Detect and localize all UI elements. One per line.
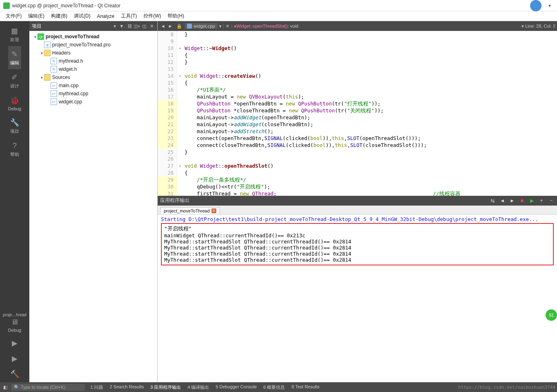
fold-icon[interactable] (177, 183, 183, 190)
code-text[interactable]: /*UI界面*/ (183, 86, 557, 93)
add-split-icon[interactable]: ◫+ (134, 23, 140, 29)
code-text[interactable]: QPushButton *closeThreadBtn = new QPushB… (183, 107, 557, 114)
rail-item[interactable]: ✎编辑 (8, 46, 21, 69)
line-col[interactable]: Line: 28, Col: 2 (524, 24, 555, 28)
code-text[interactable]: { (183, 79, 557, 86)
line-number[interactable]: 21 (158, 121, 177, 128)
badge[interactable]: 51 (546, 309, 557, 321)
caret-icon[interactable]: ▾ (39, 51, 44, 55)
close-file-icon[interactable]: ✕ (226, 24, 229, 29)
code-text[interactable]: { (183, 52, 557, 59)
tree-row[interactable]: hwidget.h (29, 65, 157, 73)
status-tab[interactable]: 1 问题 (87, 384, 106, 390)
code-text[interactable]: void Widget::openThreadSlot() (183, 162, 557, 169)
fold-icon[interactable] (177, 100, 183, 107)
run-button[interactable]: ▶ (0, 336, 29, 351)
line-number[interactable]: 14 (158, 72, 177, 79)
line-number[interactable]: 11 (158, 52, 177, 59)
symbol-crumb[interactable]: Widget::openThreadSlot() (236, 24, 288, 28)
line-number[interactable]: 25 (158, 149, 177, 155)
attach-icon[interactable]: ⇆ (489, 197, 496, 204)
code-text[interactable]: qDebug()<<tr("开启线程"); (183, 183, 557, 190)
menu-item[interactable]: 文件(F) (2, 12, 25, 20)
status-tab[interactable]: 4 编译输出 (184, 384, 212, 390)
code-text[interactable]: mainLayout->addWidget(closeThreadBtn); (183, 121, 557, 128)
output-body[interactable]: Starting D:\QtProject\test1\build-projec… (158, 215, 557, 383)
line-number[interactable]: 18 (158, 100, 177, 107)
line-number[interactable]: 27 (158, 162, 177, 169)
code-text[interactable]: QPushButton *openThreadBtn = new QPushBu… (183, 100, 557, 107)
file-tab[interactable]: widget.cpp (185, 23, 218, 29)
code-editor[interactable]: 8}910▾Widget::~Widget()11{12}1314▾void W… (158, 31, 557, 196)
code-text[interactable]: } (183, 31, 557, 38)
status-tab[interactable]: 6 概要信息 (260, 384, 288, 390)
fold-icon[interactable]: ▾ (177, 45, 183, 52)
status-tab[interactable]: 3 应用程序输出 (147, 384, 184, 390)
fold-icon[interactable]: ▾ (177, 72, 183, 79)
line-number[interactable]: 31 (158, 190, 177, 196)
fold-icon[interactable] (177, 135, 183, 142)
locator-input[interactable]: 🔍 Type to locate (Ctrl+K) (11, 384, 85, 391)
fold-icon[interactable] (177, 93, 183, 100)
tree-row[interactable]: c+mythread.cpp (29, 90, 157, 98)
line-number[interactable]: 22 (158, 128, 177, 135)
rail-item[interactable]: ?帮助 (8, 138, 21, 161)
fold-icon[interactable] (177, 86, 183, 93)
code-text[interactable]: void Widget::createView() (183, 72, 557, 79)
line-number[interactable]: 17 (158, 93, 177, 100)
close-tab-icon[interactable]: ✕ (211, 208, 216, 213)
line-number[interactable]: 8 (158, 31, 177, 38)
tree-row[interactable]: ▾Headers (29, 49, 157, 57)
code-text[interactable]: firstThread = new QThread; //线程容器 (183, 190, 557, 196)
close-panel-icon[interactable]: ✕ (148, 23, 155, 29)
line-number[interactable]: 28 (158, 169, 177, 176)
kit-selector[interactable]: proje…hread 🖥 Debug (0, 309, 29, 336)
fold-icon[interactable] (177, 190, 183, 196)
menu-item[interactable]: 调试(D) (70, 12, 94, 20)
build-button[interactable]: 🔨 (0, 367, 29, 382)
code-text[interactable] (183, 38, 557, 45)
fold-icon[interactable] (177, 107, 183, 114)
tree-row[interactable]: qtproject_moveToThread.pro (29, 41, 157, 49)
code-text[interactable]: /*开启一条多线程*/ (183, 176, 557, 183)
fold-icon[interactable] (177, 176, 183, 183)
fold-icon[interactable] (177, 121, 183, 128)
add-icon[interactable]: ＋ (538, 197, 545, 204)
rail-item[interactable]: ▦欢迎 (8, 23, 21, 46)
tree-row[interactable]: hmythread.h (29, 57, 157, 65)
rerun-icon[interactable]: ▶ (528, 197, 535, 204)
code-text[interactable]: connect(openThreadBtn,SIGNAL(clicked(boo… (183, 135, 557, 142)
code-text[interactable] (183, 66, 557, 72)
filter-icon[interactable]: ▼. (119, 23, 125, 29)
run-debug-button[interactable]: ▶ (0, 351, 29, 367)
fold-icon[interactable] (177, 155, 183, 162)
tree-row[interactable]: ▾Sources (29, 73, 157, 81)
fold-icon[interactable] (177, 149, 183, 155)
code-text[interactable]: mainLayout = new QVBoxLayout(this); (183, 93, 557, 100)
code-text[interactable]: Widget::~Widget() (183, 45, 557, 52)
fold-icon[interactable] (177, 114, 183, 121)
fold-icon[interactable] (177, 59, 183, 66)
user-avatar-icon[interactable] (530, 0, 542, 11)
toggle-left-icon[interactable]: ◧ (2, 385, 9, 390)
nav-fwd-icon[interactable]: ► (167, 24, 174, 28)
fold-icon[interactable] (177, 128, 183, 135)
caret-icon[interactable]: ▾ (33, 35, 37, 39)
line-number[interactable]: 23 (158, 135, 177, 142)
output-tab[interactable]: project_moveToThread ✕ (160, 207, 220, 214)
fold-icon[interactable] (177, 52, 183, 59)
line-number[interactable]: 24 (158, 142, 177, 149)
lock-icon[interactable]: 🔒 (176, 24, 182, 29)
tree-row[interactable]: ▾Qtproject_moveToThread (29, 33, 157, 41)
status-tab[interactable]: 2 Search Results (106, 384, 147, 390)
status-tab[interactable]: 8 Test Results (288, 384, 323, 390)
fold-icon[interactable] (177, 31, 183, 38)
menu-item[interactable]: Analyze (94, 13, 118, 20)
rail-item[interactable]: 🔧项目 (8, 114, 21, 138)
fold-icon[interactable] (177, 169, 183, 176)
code-text[interactable]: } (183, 59, 557, 66)
project-tree[interactable]: ▾Qtproject_moveToThreadqtproject_moveToT… (29, 31, 157, 382)
line-number[interactable]: 12 (158, 59, 177, 66)
tree-row[interactable]: c+main.cpp (29, 81, 157, 90)
menu-item[interactable]: 控件(W) (140, 12, 164, 20)
